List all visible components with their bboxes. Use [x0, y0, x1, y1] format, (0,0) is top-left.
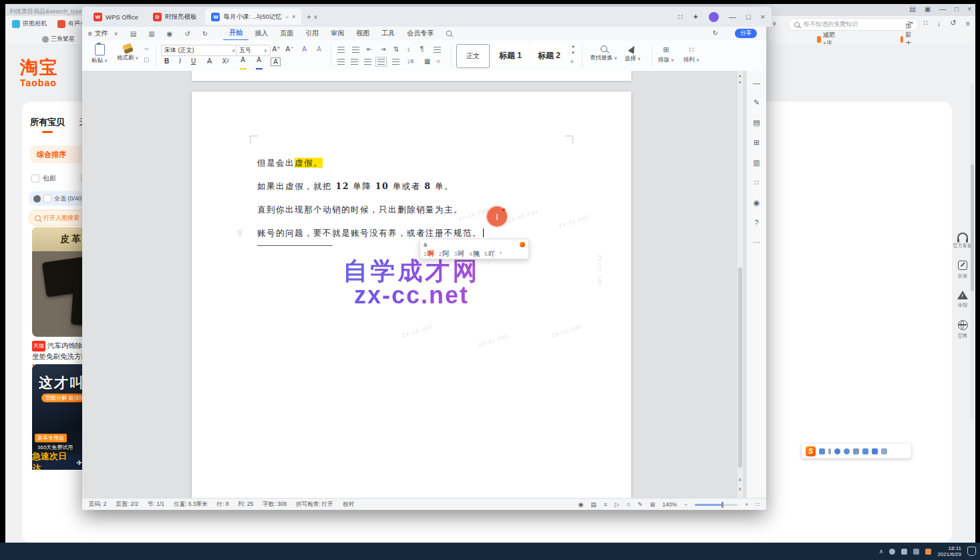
select-button[interactable]: 选择∨: [625, 45, 641, 63]
prev-page-icon[interactable]: ∧: [738, 477, 742, 482]
file-menu-caret[interactable]: ∨: [114, 27, 124, 40]
next-page-icon[interactable]: ∨: [738, 486, 742, 492]
justify-button[interactable]: [377, 59, 385, 65]
outline-view-icon[interactable]: ≡: [604, 501, 607, 508]
format-painter-button[interactable]: 格式刷∨: [117, 44, 139, 62]
paragraph-drag-handle[interactable]: ⣿: [238, 229, 242, 236]
document-page-1[interactable]: [192, 71, 631, 81]
ribbon-search-icon[interactable]: [440, 27, 458, 40]
doc-dashed-line[interactable]: ―――――――――: [257, 240, 333, 250]
address-dropdown-caret[interactable]: ∨: [772, 20, 777, 27]
page-view-icon[interactable]: ▤: [591, 501, 597, 508]
border-button[interactable]: ○: [436, 57, 440, 65]
zoom-slider-knob[interactable]: [721, 502, 723, 508]
adjust-tool-icon[interactable]: ⊞: [754, 138, 760, 147]
user-avatar[interactable]: [709, 12, 719, 22]
distribute-button[interactable]: [392, 59, 399, 65]
pen-tool-icon[interactable]: ✎: [754, 98, 760, 107]
ime-keyboard-icon[interactable]: [881, 448, 887, 454]
shield-icon[interactable]: ▣: [925, 5, 931, 13]
browser-maximize-button[interactable]: □: [955, 5, 959, 13]
typeset-button[interactable]: ⊞排版∨: [658, 45, 674, 64]
ime-emoji-icon[interactable]: [844, 448, 850, 454]
taobao-logo[interactable]: 淘宝 Taobao: [20, 59, 59, 88]
preview-icon[interactable]: ◉: [161, 27, 179, 40]
ime-skin-icon[interactable]: [862, 448, 868, 454]
more-tools-icon[interactable]: ⋯: [753, 238, 760, 247]
ime-clipboard-icon[interactable]: [853, 448, 859, 454]
edit-mode-icon[interactable]: ✎: [637, 501, 643, 508]
copy-icon[interactable]: ⊡: [144, 56, 149, 63]
bold-button[interactable]: B: [164, 57, 169, 65]
action-center-icon[interactable]: [967, 547, 976, 556]
text-effects-button[interactable]: A: [299, 45, 310, 53]
status-proofread[interactable]: 校对: [343, 501, 354, 509]
doc-paragraph-4[interactable]: 账号的问题，要不就是账号没有养，或者注册不规范。: [257, 228, 484, 239]
web-layout-icon[interactable]: ○: [627, 501, 630, 508]
font-size-select[interactable]: 五号∨: [236, 45, 271, 56]
status-word-count[interactable]: 字数: 308: [263, 501, 287, 509]
ime-punct-icon[interactable]: [828, 448, 831, 454]
scroll-down-icon[interactable]: ▼: [738, 80, 742, 84]
select-tool-icon[interactable]: ▤: [753, 118, 760, 127]
ime-voice-icon[interactable]: [834, 448, 840, 454]
ribbon-tab-review[interactable]: 审阅: [325, 27, 350, 40]
doc-paragraph-1[interactable]: 但是会出虚假。: [257, 158, 323, 169]
image-tool-icon[interactable]: ▥: [753, 158, 760, 167]
scroll-up-icon[interactable]: ▲: [738, 74, 742, 78]
superscript-button[interactable]: X²: [220, 57, 231, 65]
read-layout-icon[interactable]: ▷: [615, 501, 619, 508]
browser-minimize-button[interactable]: —: [939, 5, 946, 13]
ribbon-tab-view[interactable]: 视图: [350, 27, 375, 40]
zoom-slider[interactable]: [695, 504, 738, 506]
bullets-button[interactable]: [337, 47, 345, 53]
ribbon-tab-home[interactable]: 开始: [223, 26, 249, 41]
line-spacing-button[interactable]: ↕≡: [407, 57, 414, 65]
fit-page-icon[interactable]: ⊞: [650, 501, 655, 508]
tray-expand-icon[interactable]: ∧: [879, 548, 884, 555]
char-shading-button[interactable]: A: [271, 57, 281, 66]
tab-all-items[interactable]: 所有宝贝: [30, 116, 65, 128]
style-heading2[interactable]: 标题 2: [531, 44, 567, 67]
document-canvas[interactable]: 但是会出虚假。 如果出虚假，就把 12 单降 10 单或者 8 单。 直到你出现…: [82, 71, 766, 498]
ribbon-tab-reference[interactable]: 引用: [299, 27, 325, 40]
align-right-button[interactable]: [364, 59, 371, 65]
align-center-button[interactable]: [351, 59, 358, 65]
fullscreen-icon[interactable]: ∷: [756, 501, 760, 508]
print-icon[interactable]: ▥: [142, 27, 160, 40]
styles-more-button[interactable]: ≡: [570, 59, 574, 65]
arrange-button[interactable]: ∷排列∨: [683, 45, 699, 64]
history-icon[interactable]: ↺: [950, 19, 956, 27]
save-icon[interactable]: ▤: [124, 27, 142, 40]
text-direction-button[interactable]: ⇅: [393, 45, 399, 53]
increase-indent-button[interactable]: ⇥: [380, 45, 385, 53]
document-scrollbar[interactable]: ▲ ▼ ∧ ∨: [738, 71, 743, 498]
help-icon[interactable]: ?: [754, 219, 758, 227]
decrease-indent-button[interactable]: ⇤: [367, 45, 372, 53]
zoom-level[interactable]: 140%: [663, 501, 677, 508]
layout-tool-icon[interactable]: ∷: [754, 178, 759, 187]
wps-maximize-button[interactable]: □: [746, 13, 751, 21]
font-color-button[interactable]: A: [253, 56, 265, 71]
share-button[interactable]: 分享: [735, 29, 757, 38]
wps-minimize-button[interactable]: —: [729, 13, 736, 21]
numbering-button[interactable]: [352, 47, 359, 53]
file-menu[interactable]: 文件: [94, 27, 114, 40]
shrink-font-button[interactable]: A⁻: [284, 45, 295, 53]
find-replace-button[interactable]: 查找替换∨: [590, 45, 617, 62]
ime-candidate[interactable]: 5吖: [484, 249, 495, 259]
collapse-panel-icon[interactable]: —: [753, 79, 760, 87]
settings-gear-icon[interactable]: ✦: [693, 13, 699, 21]
paste-button[interactable]: 粘贴∨: [92, 44, 108, 65]
apps-grid-icon[interactable]: ∷: [923, 19, 928, 27]
ime-candidate-popup[interactable]: a 1啊 2阿 3呵 4腌 5吖 ›: [420, 239, 529, 259]
align-left-button[interactable]: [337, 59, 345, 65]
zoom-in-button[interactable]: +: [745, 501, 748, 508]
shading-button[interactable]: ▦: [424, 57, 430, 65]
ribbon-tab-member[interactable]: 会员专享: [401, 27, 440, 40]
outline-button[interactable]: [434, 47, 441, 53]
document-page-2[interactable]: 但是会出虚假。 如果出虚假，就把 12 单降 10 单或者 8 单。 直到你出现…: [192, 92, 631, 498]
doc-paragraph-2[interactable]: 如果出虚假，就把 12 单降 10 单或者 8 单。: [257, 181, 454, 192]
underline-button[interactable]: U: [188, 57, 199, 65]
quick-link-1[interactable]: 拼图相机: [12, 19, 47, 28]
